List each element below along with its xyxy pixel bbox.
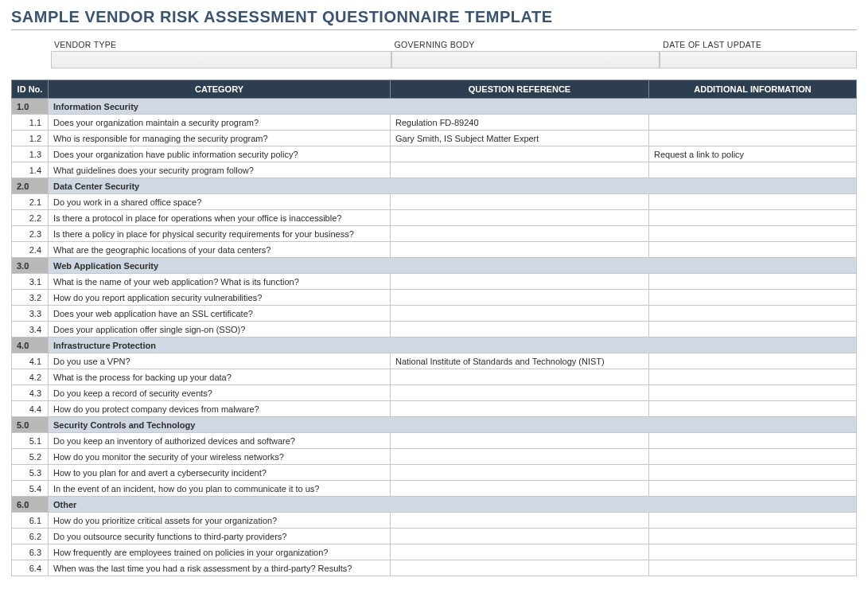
governing-body-label: GOVERNING BODY [391,38,660,51]
cell-section-title: Other [49,497,857,513]
cell-reference [391,481,649,497]
cell-id: 4.2 [12,369,49,385]
cell-additional [649,449,857,465]
cell-additional [649,433,857,449]
cell-id: 5.1 [12,433,49,449]
cell-id: 2.1 [12,194,49,210]
table-row: 1.4What guidelines does your security pr… [12,162,857,178]
cell-section-title: Information Security [49,99,857,115]
cell-additional [649,529,857,544]
vendor-type-label: VENDOR TYPE [51,38,391,51]
cell-category: Who is responsible for managing the secu… [49,131,391,146]
section-row: 4.0Infrastructure Protection [12,338,857,353]
cell-additional [649,401,857,417]
cell-id: 3.4 [12,322,49,338]
cell-additional [649,290,857,306]
cell-reference [391,306,649,322]
table-row: 4.4How do you protect company devices fr… [12,401,857,417]
cell-reference [391,242,649,258]
cell-additional: Request a link to policy [649,146,857,162]
date-label: DATE OF LAST UPDATE [660,38,857,51]
cell-category: Do you keep a record of security events? [49,385,391,401]
date-field: DATE OF LAST UPDATE [660,38,857,68]
cell-id: 5.4 [12,481,49,497]
cell-additional [649,353,857,369]
cell-id: 1.0 [12,99,49,115]
cell-reference [391,449,649,465]
questionnaire-table: ID No. CATEGORY QUESTION REFERENCE ADDIT… [11,80,857,576]
cell-reference [391,274,649,290]
table-row: 2.4What are the geographic locations of … [12,242,857,258]
cell-reference [391,290,649,306]
cell-id: 1.1 [12,115,49,131]
cell-category: What are the geographic locations of you… [49,242,391,258]
cell-id: 2.0 [12,178,49,194]
cell-id: 6.4 [12,560,49,576]
cell-category: What guidelines does your security progr… [49,162,391,178]
cell-category: Is there a policy in place for physical … [49,226,391,242]
cell-id: 4.3 [12,385,49,401]
table-row: 3.1What is the name of your web applicat… [12,274,857,290]
cell-additional [649,162,857,178]
cell-id: 1.2 [12,131,49,146]
cell-reference [391,433,649,449]
table-row: 2.2Is there a protocol in place for oper… [12,210,857,226]
col-header-additional: ADDITIONAL INFORMATION [649,80,857,99]
cell-reference [391,385,649,401]
cell-additional [649,306,857,322]
cell-reference [391,210,649,226]
table-row: 4.2What is the process for backing up yo… [12,369,857,385]
cell-reference [391,369,649,385]
cell-id: 2.4 [12,242,49,258]
cell-reference [391,529,649,544]
cell-id: 6.1 [12,513,49,529]
cell-category: Do you work in a shared office space? [49,194,391,210]
section-row: 2.0Data Center Security [12,178,857,194]
cell-reference [391,162,649,178]
cell-id: 4.1 [12,353,49,369]
section-row: 3.0Web Application Security [12,258,857,274]
cell-section-title: Security Controls and Technology [49,417,857,433]
cell-category: Does your web application have an SSL ce… [49,306,391,322]
cell-id: 5.3 [12,465,49,481]
cell-reference [391,194,649,210]
cell-id: 6.2 [12,529,49,544]
cell-category: Do you use a VPN? [49,353,391,369]
cell-reference [391,465,649,481]
section-row: 6.0Other [12,497,857,513]
cell-category: How do you protect company devices from … [49,401,391,417]
governing-body-input[interactable] [391,51,660,68]
cell-category: Is there a protocol in place for operati… [49,210,391,226]
table-row: 1.2Who is responsible for managing the s… [12,131,857,146]
cell-additional [649,544,857,560]
cell-reference [391,322,649,338]
cell-additional [649,210,857,226]
cell-reference [391,544,649,560]
cell-additional [649,481,857,497]
cell-category: How to you plan for and avert a cybersec… [49,465,391,481]
cell-category: In the event of an incident, how do you … [49,481,391,497]
table-row: 4.3Do you keep a record of security even… [12,385,857,401]
meta-row: VENDOR TYPE GOVERNING BODY DATE OF LAST … [51,38,857,68]
cell-additional [649,274,857,290]
table-row: 3.3Does your web application have an SSL… [12,306,857,322]
table-row: 5.2How do you monitor the security of yo… [12,449,857,465]
table-row: 1.3Does your organization have public in… [12,146,857,162]
cell-category: How do you monitor the security of your … [49,449,391,465]
table-row: 6.1How do you prioritize critical assets… [12,513,857,529]
cell-reference: Regulation FD-89240 [391,115,649,131]
table-row: 5.1Do you keep an inventory of authorize… [12,433,857,449]
cell-category: Does your application offer single sign-… [49,322,391,338]
cell-id: 3.0 [12,258,49,274]
table-header-row: ID No. CATEGORY QUESTION REFERENCE ADDIT… [12,80,857,99]
cell-id: 6.0 [12,497,49,513]
cell-additional [649,369,857,385]
date-input[interactable] [660,51,857,68]
cell-id: 6.3 [12,544,49,560]
table-row: 2.3Is there a policy in place for physic… [12,226,857,242]
vendor-type-input[interactable] [51,51,391,68]
vendor-type-field: VENDOR TYPE [51,38,391,68]
cell-reference [391,401,649,417]
cell-category: How do you report application security v… [49,290,391,306]
cell-reference [391,146,649,162]
